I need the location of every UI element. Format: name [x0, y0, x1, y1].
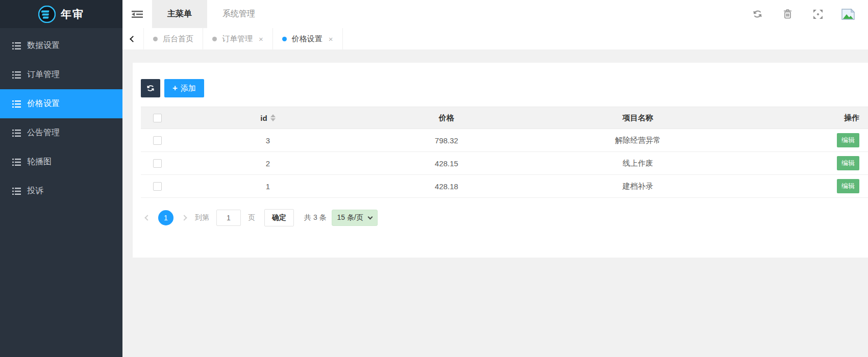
collapse-icon — [132, 10, 143, 18]
edit-button[interactable]: 编辑 — [837, 133, 859, 147]
edit-button[interactable]: 编辑 — [837, 156, 859, 170]
list-icon — [12, 71, 21, 79]
avatar-broken-image-icon[interactable] — [833, 0, 863, 28]
app-title: 年审 — [61, 7, 84, 21]
list-icon — [12, 130, 21, 137]
name-cell: 建档补录 — [531, 175, 745, 198]
content-area: + 添加 id 价格 — [122, 49, 868, 258]
sidebar-item-label: 数据设置 — [27, 40, 60, 51]
header-tab-system-management[interactable]: 系统管理 — [207, 0, 270, 28]
add-button[interactable]: + 添加 — [164, 79, 204, 97]
column-header-id[interactable]: id — [173, 107, 362, 129]
open-tabs-bar: 后台首页 订单管理 × 价格设置 × — [122, 28, 868, 49]
id-cell: 2 — [173, 152, 362, 175]
goto-prefix-label: 到第 — [195, 213, 209, 222]
sidebar-item-label: 轮播图 — [27, 157, 52, 167]
sidebar-nav: 数据设置 订单管理 价格设置 公告管理 轮播图 投诉 — [0, 28, 122, 206]
refresh-icon — [146, 84, 155, 92]
tab-order-management[interactable]: 订单管理 × — [203, 28, 273, 49]
sidebar-item-data-settings[interactable]: 数据设置 — [0, 31, 122, 60]
trash-icon[interactable] — [773, 0, 803, 28]
header-tab-label: 系统管理 — [222, 9, 255, 19]
main-area: 主菜单 系统管理 — [122, 0, 868, 357]
logo-icon — [38, 6, 56, 23]
id-cell: 1 — [173, 175, 362, 198]
next-page-button[interactable] — [178, 216, 191, 220]
refresh-icon[interactable] — [742, 0, 773, 28]
add-button-label: 添加 — [181, 84, 196, 93]
plus-icon: + — [172, 83, 178, 93]
table-row: 2 428.15 线上作废 编辑 — [141, 152, 868, 175]
refresh-table-button[interactable] — [141, 79, 160, 97]
fullscreen-icon[interactable] — [803, 0, 833, 28]
row-checkbox[interactable] — [153, 159, 162, 168]
close-icon[interactable]: × — [329, 35, 333, 43]
header-tab-label: 主菜单 — [167, 9, 192, 19]
sidebar-item-price-settings[interactable]: 价格设置 — [0, 89, 122, 118]
tab-label: 价格设置 — [292, 34, 323, 44]
pagination: 1 到第 页 确定 共 3 条 15 条/页 — [141, 209, 868, 226]
close-icon[interactable]: × — [259, 35, 263, 43]
tab-backend-home[interactable]: 后台首页 — [144, 28, 203, 49]
chevron-down-icon — [367, 215, 373, 220]
sidebar-item-label: 公告管理 — [27, 128, 60, 138]
checkbox-cell — [141, 152, 173, 175]
sidebar-item-carousel[interactable]: 轮播图 — [0, 147, 122, 176]
price-cell: 428.15 — [362, 152, 531, 175]
row-checkbox[interactable] — [153, 136, 162, 145]
tab-label: 订单管理 — [222, 34, 253, 44]
price-table: id 价格 项目名称 操作 3 798.32 解除经营异常 — [141, 107, 868, 198]
column-header-name: 项目名称 — [531, 107, 745, 129]
list-icon — [12, 100, 21, 108]
sidebar-collapse-button[interactable] — [122, 0, 152, 28]
id-cell: 3 — [173, 129, 362, 152]
header-spacer — [270, 0, 742, 28]
page-size-select[interactable]: 15 条/页 — [332, 210, 378, 226]
header-checkbox-cell — [141, 107, 173, 129]
select-all-checkbox[interactable] — [153, 114, 162, 122]
action-cell: 编辑 — [745, 152, 868, 175]
chevron-right-icon — [181, 215, 187, 220]
list-icon — [12, 42, 21, 49]
table-row: 1 428.18 建档补录 编辑 — [141, 175, 868, 198]
name-cell: 线上作废 — [531, 152, 745, 175]
table-row: 3 798.32 解除经营异常 编辑 — [141, 129, 868, 152]
price-cell: 428.18 — [362, 175, 531, 198]
list-icon — [12, 188, 21, 195]
tab-dot-icon — [153, 37, 158, 41]
goto-suffix-label: 页 — [248, 213, 255, 222]
sidebar-item-order-management[interactable]: 订单管理 — [0, 60, 122, 89]
list-icon — [12, 159, 21, 166]
page-size-label: 15 条/页 — [337, 213, 363, 222]
price-cell: 798.32 — [362, 129, 531, 152]
tab-dot-icon — [282, 37, 287, 41]
column-header-action: 操作 — [745, 107, 868, 129]
sidebar-item-label: 投诉 — [27, 186, 43, 196]
edit-button[interactable]: 编辑 — [837, 179, 859, 193]
sidebar-item-announcement[interactable]: 公告管理 — [0, 118, 122, 147]
action-cell: 编辑 — [745, 129, 868, 152]
top-header: 主菜单 系统管理 — [122, 0, 868, 28]
table-header-row: id 价格 项目名称 操作 — [141, 107, 868, 129]
header-tab-main-menu[interactable]: 主菜单 — [152, 0, 207, 28]
column-header-price: 价格 — [362, 107, 531, 129]
current-page-badge[interactable]: 1 — [158, 210, 173, 225]
row-checkbox[interactable] — [153, 182, 162, 191]
sidebar-item-label: 价格设置 — [27, 98, 60, 109]
prev-page-button[interactable] — [141, 216, 154, 220]
tab-price-settings[interactable]: 价格设置 × — [273, 28, 343, 49]
column-header-label: id — [260, 114, 267, 122]
page-number-input[interactable] — [216, 210, 241, 226]
name-cell: 解除经营异常 — [531, 129, 745, 152]
tabs-scroll-left-button[interactable] — [122, 28, 144, 49]
sidebar: 年审 数据设置 订单管理 价格设置 公告管理 轮播图 投诉 — [0, 0, 122, 357]
price-settings-card: + 添加 id 价格 — [133, 63, 868, 258]
action-cell: 编辑 — [745, 175, 868, 198]
sidebar-item-complaints[interactable]: 投诉 — [0, 176, 122, 206]
tab-dot-icon — [212, 37, 217, 41]
header-icons — [742, 0, 868, 28]
logo: 年审 — [0, 0, 122, 28]
sort-icon[interactable] — [270, 114, 276, 121]
confirm-page-button[interactable]: 确定 — [264, 209, 294, 226]
tab-label: 后台首页 — [163, 34, 193, 44]
